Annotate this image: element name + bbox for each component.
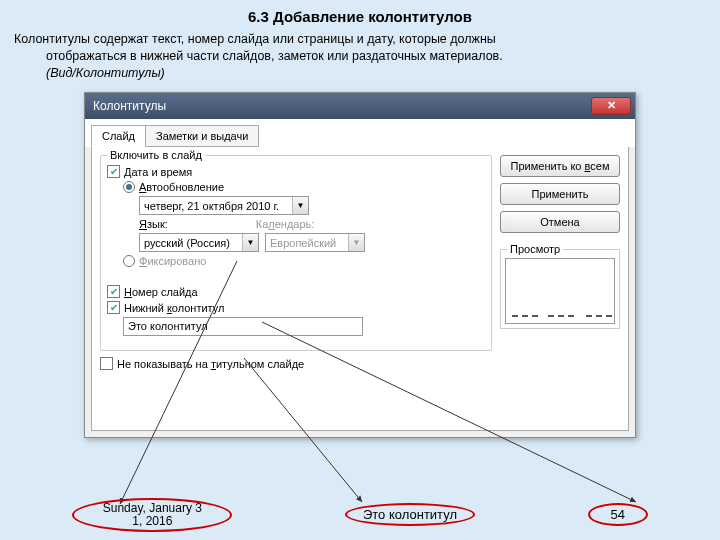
- apply-button[interactable]: Применить: [500, 183, 620, 205]
- footer-checkbox[interactable]: ✔: [107, 301, 120, 314]
- fixed-label: Фиксировано: [139, 255, 206, 267]
- lang-label: Язык:: [139, 218, 168, 230]
- slidenum-checkbox[interactable]: ✔: [107, 285, 120, 298]
- oval-num: 54: [588, 503, 648, 526]
- tab-strip: Слайд Заметки и выдачи: [85, 119, 635, 147]
- panel: Включить в слайд ✔ Дата и время Автообно…: [91, 147, 629, 431]
- autoupdate-radio[interactable]: [123, 181, 135, 193]
- footer-label: Нижний колонтитул: [124, 302, 224, 314]
- preview-group: Просмотр: [500, 249, 620, 329]
- page-title: 6.3 Добавление колонтитулов: [0, 0, 720, 31]
- chevron-down-icon: ▼: [292, 197, 308, 214]
- window-title: Колонтитулы: [93, 99, 591, 113]
- description: Колонтитулы содержат текст, номер слайда…: [0, 31, 720, 90]
- dialog-window: Колонтитулы ✕ Слайд Заметки и выдачи Вкл…: [84, 92, 636, 438]
- preview-label: Просмотр: [507, 243, 563, 255]
- fixed-radio[interactable]: [123, 255, 135, 267]
- desc-line3: (Вид/Колонтитулы): [14, 65, 706, 82]
- calendar-label: Календарь:: [256, 218, 315, 230]
- preview-box: [505, 258, 615, 324]
- autoupdate-label: Автообновление: [139, 181, 224, 193]
- desc-line2: отображаться в нижней части слайдов, зам…: [14, 48, 706, 65]
- lang-combo[interactable]: русский (Россия) ▼: [139, 233, 259, 252]
- slidenum-label: Номер слайда: [124, 286, 198, 298]
- footer-text-input[interactable]: Это колонтитул: [123, 317, 363, 336]
- group-include: Включить в слайд: [107, 149, 205, 161]
- apply-all-button[interactable]: Применить ко всем: [500, 155, 620, 177]
- chevron-down-icon: ▼: [242, 234, 258, 251]
- titlebar[interactable]: Колонтитулы ✕: [85, 93, 635, 119]
- oval-text: Это колонтитул: [345, 503, 475, 526]
- tab-notes[interactable]: Заметки и выдачи: [145, 125, 259, 147]
- tab-slide[interactable]: Слайд: [91, 125, 146, 147]
- datetime-checkbox[interactable]: ✔: [107, 165, 120, 178]
- calendar-combo: Европейский ▼: [265, 233, 365, 252]
- cancel-button[interactable]: Отмена: [500, 211, 620, 233]
- notitle-checkbox[interactable]: [100, 357, 113, 370]
- oval-date: Sunday, January 31, 2016: [72, 498, 232, 532]
- chevron-down-icon: ▼: [348, 234, 364, 251]
- desc-line1: Колонтитулы содержат текст, номер слайда…: [14, 32, 496, 46]
- close-button[interactable]: ✕: [591, 97, 631, 115]
- footer-annotations: Sunday, January 31, 2016 Это колонтитул …: [0, 498, 720, 532]
- notitle-label: Не показывать на титульном слайде: [117, 358, 304, 370]
- date-combo[interactable]: четверг, 21 октября 2010 г. ▼: [139, 196, 309, 215]
- datetime-label: Дата и время: [124, 166, 192, 178]
